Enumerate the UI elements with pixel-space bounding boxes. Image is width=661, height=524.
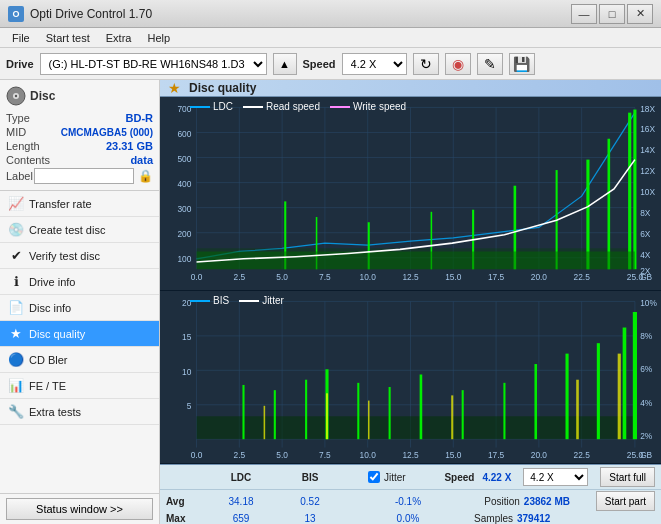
disc-quality-header: ★ Disc quality — [160, 80, 661, 97]
svg-text:10.0: 10.0 — [360, 450, 377, 460]
speed-header-value: 4.22 X — [482, 472, 511, 483]
create-test-disc-label: Create test disc — [29, 224, 105, 236]
chart-bis: BIS Jitter — [160, 291, 661, 464]
ldc-color — [190, 106, 210, 108]
verify-test-disc-icon: ✔ — [8, 248, 24, 264]
svg-text:0.0: 0.0 — [191, 272, 203, 282]
drive-label: Drive — [6, 58, 34, 70]
svg-text:12.5: 12.5 — [402, 450, 419, 460]
sidebar-item-create-test-disc[interactable]: 💿 Create test disc — [0, 217, 159, 243]
drive-toolbar: Drive (G:) HL-DT-ST BD-RE WH16NS48 1.D3 … — [0, 48, 661, 80]
disc-type-label: Type — [6, 112, 30, 124]
read-speed-color — [243, 106, 263, 108]
max-bis: 13 — [280, 513, 340, 524]
eject-button[interactable]: ▲ — [273, 53, 297, 75]
svg-text:2%: 2% — [640, 431, 653, 441]
status-window-button[interactable]: Status window >> — [6, 498, 153, 520]
sidebar-item-fe-te[interactable]: 📊 FE / TE — [0, 373, 159, 399]
stats-col-ldc: LDC — [206, 472, 276, 483]
disc-label-input[interactable] — [34, 168, 134, 184]
chart1-legend: LDC Read speed Write speed — [190, 101, 406, 112]
menubar: File Start test Extra Help — [0, 28, 661, 48]
disc-mid-row: MID CMCMAGBA5 (000) — [6, 126, 153, 138]
start-full-button[interactable]: Start full — [600, 467, 655, 487]
sidebar-item-verify-test-disc[interactable]: ✔ Verify test disc — [0, 243, 159, 269]
svg-text:10.0: 10.0 — [360, 272, 377, 282]
edit-button[interactable]: ✎ — [477, 53, 503, 75]
legend-ldc-text: LDC — [213, 101, 233, 112]
legend-bis: BIS — [190, 295, 229, 306]
menu-help[interactable]: Help — [139, 30, 178, 46]
chart-ldc: LDC Read speed Write speed — [160, 97, 661, 291]
refresh-button[interactable]: ↻ — [413, 53, 439, 75]
disc-panel-title: Disc — [30, 89, 55, 103]
drive-info-icon: ℹ — [8, 274, 24, 290]
create-test-disc-icon: 💿 — [8, 222, 24, 238]
save-button[interactable]: 💾 — [509, 53, 535, 75]
legend-read-speed: Read speed — [243, 101, 320, 112]
disc-quality-title: Disc quality — [189, 81, 256, 95]
max-row: Max 659 13 0.0% Samples 379412 — [160, 512, 661, 524]
svg-text:500: 500 — [177, 154, 191, 164]
disc-length-row: Length 23.31 GB — [6, 140, 153, 152]
disc-panel: Disc Type BD-R MID CMCMAGBA5 (000) Lengt… — [0, 80, 159, 191]
sidebar-item-transfer-rate[interactable]: 📈 Transfer rate — [0, 191, 159, 217]
jitter-checkbox[interactable] — [368, 471, 380, 483]
svg-text:200: 200 — [177, 229, 191, 239]
legend-jitter: Jitter — [239, 295, 284, 306]
svg-rect-34 — [197, 251, 635, 269]
svg-text:GB: GB — [640, 272, 652, 282]
legend-jitter-text: Jitter — [262, 295, 284, 306]
start-part-button[interactable]: Start part — [596, 491, 655, 511]
svg-text:300: 300 — [177, 204, 191, 214]
legend-ldc: LDC — [190, 101, 233, 112]
sidebar-item-extra-tests[interactable]: 🔧 Extra tests — [0, 399, 159, 425]
app-title: Opti Drive Control 1.70 — [30, 7, 152, 21]
svg-text:14X: 14X — [640, 145, 655, 155]
lock-icon[interactable]: 🔒 — [138, 169, 153, 183]
menu-start-test[interactable]: Start test — [38, 30, 98, 46]
close-button[interactable]: ✕ — [627, 4, 653, 24]
svg-text:17.5: 17.5 — [488, 272, 505, 282]
sidebar-item-disc-info[interactable]: 📄 Disc info — [0, 295, 159, 321]
maximize-button[interactable]: □ — [599, 4, 625, 24]
verify-test-disc-label: Verify test disc — [29, 250, 100, 262]
disc-length-value: 23.31 GB — [106, 140, 153, 152]
sidebar-item-drive-info[interactable]: ℹ Drive info — [0, 269, 159, 295]
disc-type-row: Type BD-R — [6, 112, 153, 124]
position-value: 23862 MB — [524, 496, 584, 507]
svg-text:20.0: 20.0 — [531, 272, 548, 282]
speed-dropdown-select[interactable]: 4.2 X — [523, 468, 588, 486]
disc-length-label: Length — [6, 140, 40, 152]
svg-text:4X: 4X — [640, 250, 651, 260]
charts-container: LDC Read speed Write speed — [160, 97, 661, 464]
avg-row: Avg 34.18 0.52 -0.1% Position 23862 MB S… — [160, 490, 661, 512]
jitter-label: Jitter — [384, 472, 406, 483]
svg-text:22.5: 22.5 — [574, 272, 591, 282]
jitter-checkbox-area: Jitter — [368, 471, 406, 483]
svg-text:5.0: 5.0 — [276, 450, 288, 460]
disc-icon — [6, 86, 26, 106]
svg-text:7.5: 7.5 — [319, 272, 331, 282]
svg-text:10: 10 — [182, 367, 192, 377]
disc-contents-label: Contents — [6, 154, 50, 166]
fe-te-icon: 📊 — [8, 378, 24, 394]
svg-text:GB: GB — [640, 450, 652, 460]
disc-type-value: BD-R — [126, 112, 154, 124]
svg-text:2.5: 2.5 — [234, 272, 246, 282]
sidebar-item-cd-bler[interactable]: 🔵 CD Bler — [0, 347, 159, 373]
drive-select[interactable]: (G:) HL-DT-ST BD-RE WH16NS48 1.D3 — [40, 53, 267, 75]
menu-extra[interactable]: Extra — [98, 30, 140, 46]
menu-file[interactable]: File — [4, 30, 38, 46]
samples-label: Samples — [474, 513, 513, 524]
sidebar-item-disc-quality[interactable]: ★ Disc quality — [0, 321, 159, 347]
minimize-button[interactable]: — — [571, 4, 597, 24]
position-label: Position — [484, 496, 520, 507]
svg-text:2.5: 2.5 — [234, 450, 246, 460]
svg-text:6X: 6X — [640, 229, 651, 239]
disc-button[interactable]: ◉ — [445, 53, 471, 75]
chart2-legend: BIS Jitter — [190, 295, 284, 306]
speed-select[interactable]: 4.2 X — [342, 53, 407, 75]
disc-quality-icon: ★ — [8, 326, 24, 342]
svg-text:17.5: 17.5 — [488, 450, 505, 460]
